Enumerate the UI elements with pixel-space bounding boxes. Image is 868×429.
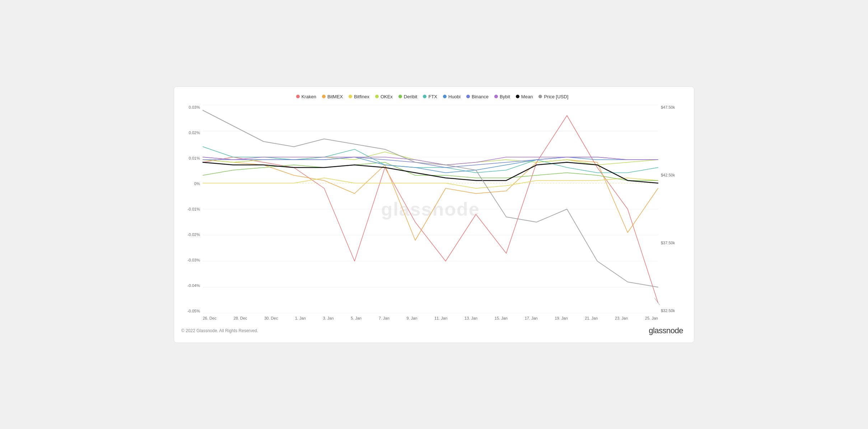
legend-item: Kraken bbox=[296, 94, 316, 99]
y-left-label: -0.05% bbox=[187, 309, 200, 313]
legend-item: Binance bbox=[466, 94, 489, 99]
legend-item: Huobi bbox=[443, 94, 461, 99]
x-label: 17. Jan bbox=[525, 316, 538, 320]
x-label: 23. Jan bbox=[615, 316, 628, 320]
chart-area: 0.03%0.02%0.01%0%-0.01%-0.02%-0.03%-0.04… bbox=[181, 105, 683, 313]
y-left-label: 0.03% bbox=[189, 105, 200, 109]
y-axis-left: 0.03%0.02%0.01%0%-0.01%-0.02%-0.03%-0.04… bbox=[181, 105, 203, 313]
y-right-label: $42.50k bbox=[661, 173, 675, 177]
footer: © 2022 Glassnode. All Rights Reserved. g… bbox=[181, 326, 683, 335]
legend-item: FTX bbox=[423, 94, 437, 99]
x-label: 3. Jan bbox=[323, 316, 334, 320]
x-label: 15. Jan bbox=[495, 316, 508, 320]
y-left-label: 0% bbox=[194, 182, 200, 186]
legend-item: Price [USD] bbox=[538, 94, 568, 99]
x-label: 7. Jan bbox=[379, 316, 389, 320]
chart-card: KrakenBitMEXBitfinexOKExDeribitFTXHuobiB… bbox=[174, 86, 694, 343]
logo: glassnode bbox=[649, 326, 683, 335]
y-left-label: -0.02% bbox=[187, 232, 200, 237]
legend: KrakenBitMEXBitfinexOKExDeribitFTXHuobiB… bbox=[181, 94, 683, 99]
y-left-label: 0.02% bbox=[189, 131, 200, 135]
legend-item: Mean bbox=[516, 94, 533, 99]
legend-item: OKEx bbox=[375, 94, 393, 99]
y-right-label: $47.50k bbox=[661, 105, 675, 109]
x-label: 30. Dec bbox=[264, 316, 278, 320]
legend-item: Bybit bbox=[494, 94, 510, 99]
y-axis-right: $47.50k$42.50k$37.50k$32.50k bbox=[658, 105, 683, 313]
chart-main: glassnode bbox=[203, 105, 658, 313]
legend-item: Deribit bbox=[398, 94, 417, 99]
x-label: 25. Jan bbox=[645, 316, 658, 320]
legend-item: BitMEX bbox=[322, 94, 343, 99]
x-label: 5. Jan bbox=[351, 316, 361, 320]
x-label: 13. Jan bbox=[465, 316, 477, 320]
x-label: 21. Jan bbox=[585, 316, 598, 320]
y-right-label: $32.50k bbox=[661, 308, 675, 313]
x-label: 9. Jan bbox=[407, 316, 417, 320]
y-right-label: $37.50k bbox=[661, 241, 675, 245]
y-left-label: -0.01% bbox=[187, 207, 200, 211]
x-axis: 26. Dec28. Dec30. Dec1. Jan3. Jan5. Jan7… bbox=[203, 316, 658, 320]
x-label: 11. Jan bbox=[434, 316, 447, 320]
copyright: © 2022 Glassnode. All Rights Reserved. bbox=[181, 328, 258, 333]
x-label: 28. Dec bbox=[234, 316, 247, 320]
x-label: 19. Jan bbox=[555, 316, 568, 320]
y-left-label: -0.03% bbox=[187, 258, 200, 262]
x-label: 26. Dec bbox=[203, 316, 216, 320]
y-left-label: 0.01% bbox=[189, 156, 200, 160]
x-label: 1. Jan bbox=[295, 316, 306, 320]
legend-item: Bitfinex bbox=[349, 94, 369, 99]
y-left-label: -0.04% bbox=[187, 283, 200, 288]
